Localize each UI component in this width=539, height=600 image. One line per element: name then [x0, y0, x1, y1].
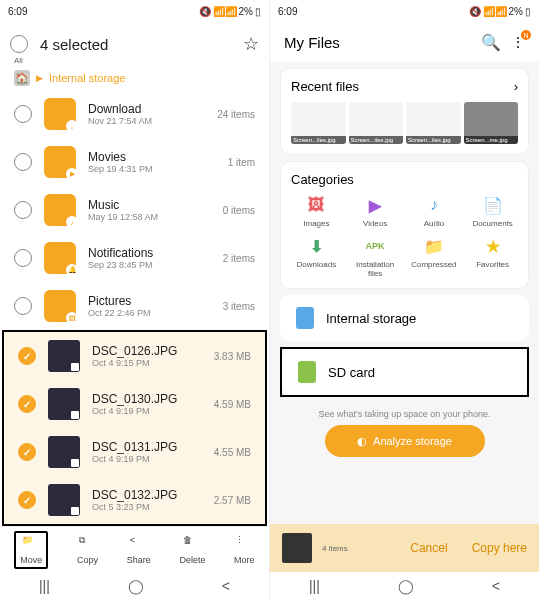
status-icons: 🔇📶📶2%▯: [469, 6, 531, 17]
folder-row[interactable]: ↓ DownloadNov 21 7:54 AM 24 items: [0, 90, 269, 138]
file-name: DSC_0131.JPG: [92, 440, 202, 454]
folder-icon: ↓: [44, 98, 76, 130]
row-checkbox[interactable]: [14, 153, 32, 171]
copy-here-button[interactable]: Copy here: [472, 541, 527, 555]
category-label: Compressed: [411, 260, 456, 269]
file-row[interactable]: DSC_0126.JPGOct 4 9:15 PM 3.83 MB: [4, 332, 265, 380]
delete-button[interactable]: 🗑Delete: [179, 535, 205, 565]
menu-icon[interactable]: ⋮N: [511, 34, 525, 50]
move-button[interactable]: 📁Move: [14, 531, 48, 569]
category-documents[interactable]: 📄 Documents: [467, 195, 518, 228]
row-checkbox[interactable]: [18, 491, 36, 509]
storage-icon: [296, 307, 314, 329]
selection-header: 4 selected ☆: [0, 22, 269, 66]
storage-hint: See what's taking up space on your phone…: [270, 399, 539, 425]
file-thumb: [48, 340, 80, 372]
recent-thumb[interactable]: Screen...me.jpg: [464, 102, 519, 144]
chevron-right-icon[interactable]: ›: [514, 79, 518, 94]
folder-name: Music: [88, 198, 211, 212]
recents-nav[interactable]: |||: [309, 578, 320, 594]
left-screen: 6:09 🔇📶📶2%▯ 4 selected ☆ All 🏠 ▶ Interna…: [0, 0, 269, 600]
file-thumb: [48, 484, 80, 516]
category-label: Installation files: [350, 260, 401, 278]
folder-name: Movies: [88, 150, 216, 164]
recent-thumb[interactable]: Screen...iles.jpg: [406, 102, 461, 144]
copy-bar: 4 items Cancel Copy here: [270, 524, 539, 572]
category-compressed[interactable]: 📁 Compressed: [409, 236, 460, 278]
cancel-button[interactable]: Cancel: [410, 541, 447, 555]
row-checkbox[interactable]: [18, 443, 36, 461]
app-header: My Files 🔍 ⋮N: [270, 22, 539, 62]
file-date: Oct 4 9:19 PM: [92, 454, 202, 464]
more-button[interactable]: ⋮More: [234, 535, 255, 565]
status-time: 6:09: [278, 6, 297, 17]
sd-card-label: SD card: [328, 365, 375, 380]
folder-row[interactable]: ♪ MusicMay 19 12:58 AM 0 items: [0, 186, 269, 234]
category-label: Downloads: [297, 260, 337, 269]
breadcrumb[interactable]: 🏠 ▶ Internal storage: [0, 66, 269, 90]
category-favorites[interactable]: ★ Favorites: [467, 236, 518, 278]
share-button[interactable]: <Share: [127, 535, 151, 565]
folder-date: Sep 19 4:31 PM: [88, 164, 216, 174]
search-icon[interactable]: 🔍: [481, 33, 501, 52]
file-size: 4.55 MB: [214, 447, 251, 458]
row-checkbox[interactable]: [14, 249, 32, 267]
app-title: My Files: [284, 34, 471, 51]
analyze-button[interactable]: ◐Analyze storage: [325, 425, 485, 457]
folder-date: Sep 23 8:45 PM: [88, 260, 211, 270]
recents-nav[interactable]: |||: [39, 578, 50, 594]
recent-files-card: Recent files› Screen...iles.jpgScreen...…: [280, 68, 529, 155]
category-audio[interactable]: ♪ Audio: [409, 195, 460, 228]
category-installation files[interactable]: APK Installation files: [350, 236, 401, 278]
folder-icon: 🖼: [44, 290, 76, 322]
category-label: Audio: [424, 219, 444, 228]
category-downloads[interactable]: ⬇ Downloads: [291, 236, 342, 278]
category-label: Documents: [472, 219, 512, 228]
file-row[interactable]: DSC_0132.JPGOct 5 3:23 PM 2.57 MB: [4, 476, 265, 524]
recent-thumb[interactable]: Screen...iles.jpg: [349, 102, 404, 144]
row-checkbox[interactable]: [14, 105, 32, 123]
back-nav[interactable]: <: [222, 578, 230, 594]
copy-count: 4 items: [322, 544, 400, 553]
notification-badge: N: [521, 30, 531, 40]
home-icon[interactable]: 🏠: [14, 70, 30, 86]
nav-bar: ||| ◯ <: [270, 572, 539, 600]
file-thumb: [48, 436, 80, 468]
internal-storage-label: Internal storage: [326, 311, 416, 326]
folder-name: Download: [88, 102, 205, 116]
recent-files-title[interactable]: Recent files: [291, 79, 359, 94]
file-row[interactable]: DSC_0130.JPGOct 4 9:19 PM 4.59 MB: [4, 380, 265, 428]
folder-meta: 3 items: [223, 301, 255, 312]
select-all-checkbox[interactable]: [10, 35, 28, 53]
file-name: DSC_0130.JPG: [92, 392, 202, 406]
folder-icon: ▶: [44, 146, 76, 178]
internal-storage-row[interactable]: Internal storage: [280, 295, 529, 341]
back-nav[interactable]: <: [492, 578, 500, 594]
file-row[interactable]: DSC_0131.JPGOct 4 9:19 PM 4.55 MB: [4, 428, 265, 476]
folder-meta: 1 item: [228, 157, 255, 168]
file-size: 3.83 MB: [214, 351, 251, 362]
category-videos[interactable]: ▶ Videos: [350, 195, 401, 228]
row-checkbox[interactable]: [14, 201, 32, 219]
copy-button[interactable]: ⧉Copy: [77, 535, 98, 565]
category-images[interactable]: 🖼 Images: [291, 195, 342, 228]
chevron-right-icon: ▶: [36, 73, 43, 83]
home-nav[interactable]: ◯: [128, 578, 144, 594]
selection-count: 4 selected: [40, 36, 231, 53]
row-checkbox[interactable]: [18, 347, 36, 365]
favorite-icon[interactable]: ☆: [243, 33, 259, 55]
status-bar: 6:09 🔇📶📶2%▯: [0, 0, 269, 22]
home-nav[interactable]: ◯: [398, 578, 414, 594]
breadcrumb-label[interactable]: Internal storage: [49, 72, 125, 84]
folder-row[interactable]: ▶ MoviesSep 19 4:31 PM 1 item: [0, 138, 269, 186]
file-date: Oct 5 3:23 PM: [92, 502, 202, 512]
folder-row[interactable]: 🔔 NotificationsSep 23 8:45 PM 2 items: [0, 234, 269, 282]
row-checkbox[interactable]: [14, 297, 32, 315]
row-checkbox[interactable]: [18, 395, 36, 413]
status-bar: 6:09 🔇📶📶2%▯: [270, 0, 539, 22]
status-icons: 🔇📶📶2%▯: [199, 6, 261, 17]
folder-row[interactable]: 🖼 PicturesOct 22 2:46 PM 3 items: [0, 282, 269, 330]
recent-thumb[interactable]: Screen...iles.jpg: [291, 102, 346, 144]
sd-card-row[interactable]: SD card: [282, 349, 527, 395]
categories-card: Categories 🖼 Images ▶ Videos ♪ Audio 📄 D…: [280, 161, 529, 289]
